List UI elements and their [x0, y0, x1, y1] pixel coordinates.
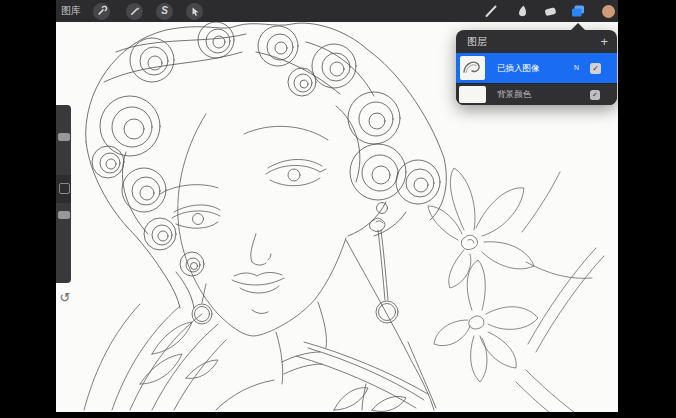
magic-wand-icon — [129, 5, 141, 17]
brush-size-slider[interactable] — [58, 133, 70, 141]
layers-panel-caret — [571, 23, 585, 30]
layers-panel: 图层 + 已插入图像 N ✓ 背景颜色 ✓ — [456, 30, 617, 105]
color-swatch — [602, 5, 615, 18]
blend-mode-badge[interactable]: N — [574, 53, 579, 83]
adjustments-button[interactable] — [126, 3, 143, 20]
hand-lines — [84, 304, 226, 410]
drawing-canvas[interactable]: ↺ 图层 + 已插入图像 N ✓ 背景颜色 — [56, 22, 618, 412]
background-layer-thumbnail — [459, 86, 486, 103]
selection-s-icon: S — [161, 6, 168, 16]
actions-button[interactable] — [93, 3, 110, 20]
face-lines — [160, 114, 346, 384]
brush-sidebar — [56, 105, 71, 283]
wrench-icon — [96, 5, 108, 17]
layer-visibility-checkbox[interactable]: ✓ — [590, 90, 600, 100]
opacity-slider[interactable] — [58, 211, 70, 219]
layers-panel-title: 图层 — [467, 30, 487, 53]
selections-button[interactable]: S — [156, 3, 173, 20]
undo-icon[interactable]: ↺ — [57, 290, 73, 306]
add-layer-button[interactable]: + — [600, 30, 608, 53]
eraser-button[interactable] — [542, 3, 558, 19]
earrings — [192, 203, 398, 325]
layer-row-inserted-image[interactable]: 已插入图像 N ✓ — [456, 53, 617, 83]
dress-collar — [216, 240, 436, 412]
layer-visibility-checkbox[interactable]: ✓ — [590, 63, 601, 74]
gallery-button[interactable]: 图库 — [61, 0, 81, 22]
modify-button[interactable] — [59, 183, 70, 194]
smudge-button[interactable] — [514, 3, 530, 19]
layer-name: 已插入图像 — [497, 53, 540, 83]
orchid-flowers — [428, 168, 604, 412]
layers-button[interactable] — [570, 3, 586, 19]
brush-button[interactable] — [483, 3, 499, 19]
brush-icon — [483, 3, 499, 19]
eraser-icon — [542, 3, 558, 19]
layer-name: 背景颜色 — [497, 84, 531, 104]
layer-thumbnail — [460, 56, 485, 80]
color-button[interactable] — [600, 3, 616, 19]
procreate-app: 图库 S — [56, 0, 618, 412]
transform-button[interactable] — [186, 3, 203, 20]
layer-row-background-color[interactable]: 背景颜色 ✓ — [456, 83, 617, 105]
layers-icon — [570, 3, 586, 19]
smudge-icon — [514, 3, 530, 19]
hair-curls — [86, 22, 447, 308]
layers-panel-header: 图层 + — [456, 30, 617, 53]
top-toolbar: 图库 S — [56, 0, 618, 22]
transform-arrow-icon — [189, 5, 201, 17]
